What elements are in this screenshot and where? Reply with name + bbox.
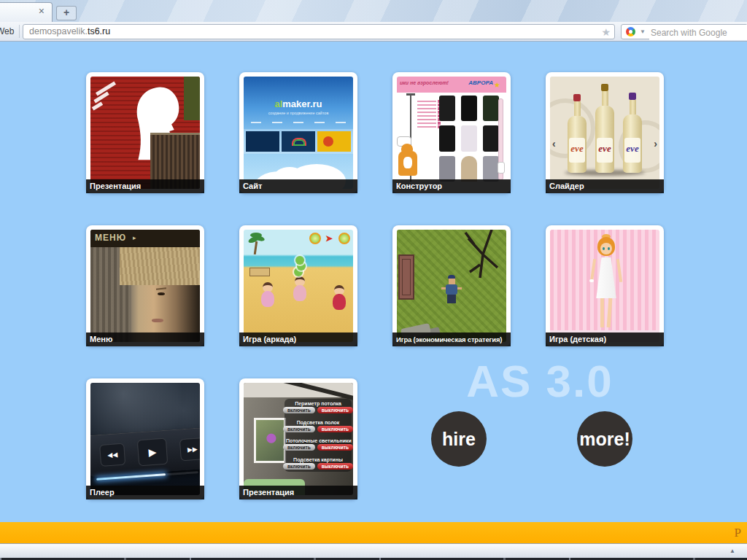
url-bar[interactable]: demospavelik.ts6.ru ★ [23,24,615,39]
on-button: включить [283,426,315,432]
footer-letter: P [735,526,741,540]
portfolio-card-site[interactable]: almaker.ru создание и продвижение сайтов… [239,72,357,193]
clothes-item [461,96,477,121]
portfolio-card-presentation-interior[interactable]: Периметр потолка включитьвыключить Подсв… [239,378,357,499]
more-button[interactable]: more! [577,411,632,467]
card-caption: Сайт [239,179,357,193]
url-subdomain: demospavelik. [29,26,88,36]
google-icon[interactable] [626,27,635,36]
site-nav-links [251,122,346,123]
navigation-toolbar: Web demospavelik.ts6.ru ★ ▼ [0,22,747,42]
off-button: выключить [317,407,353,413]
beach-sign [249,268,270,276]
hire-button[interactable]: hire [431,411,487,467]
bottle-label: eve [569,138,585,163]
slider-prev-icon: ‹ [552,138,556,149]
window-titlebar: × + [0,0,747,22]
collapse-arrow-icon[interactable]: ▲ [729,548,735,554]
control-group: Подсветка картины включитьвыключить [286,457,350,470]
search-engine-caret-icon[interactable]: ▼ [640,28,646,35]
thumbnail-media-player: ◀◀ ▶ ▶▶ [90,383,200,495]
page-footer-bar: P [0,522,747,543]
portrait-photo [90,247,200,342]
url-domain: ts6.ru [88,26,110,36]
game-character-center [292,276,308,301]
portfolio-card-slider[interactable]: eve eve eve ‹ › Слайдер [546,72,664,193]
browser-addon-bar: ▲ [0,543,747,558]
bottle-neck [602,91,608,106]
clothes-item [439,96,455,121]
portfolio-card-constructor[interactable]: ики не взрослеют! АВРОРА ★ Конструтор [392,72,511,193]
game-character-right [331,285,347,310]
character-face [449,279,455,284]
banner-yellow [317,131,351,152]
vertical-slider [498,98,503,180]
bottle-center: eve [595,84,614,173]
clothes-item [483,125,499,151]
bottle-cap [601,84,608,91]
tab-close-icon[interactable]: × [39,6,44,16]
bottle-body: eve [568,116,587,173]
site-brand: almaker.ru [244,98,353,109]
thumbnail-dressup-constructor: ики не взрослеют! АВРОРА ★ [397,77,506,189]
bottle-body: eve [623,114,642,173]
browser-tab[interactable]: × [0,2,53,22]
control-label: Периметр потолка [286,401,350,406]
menu-title: МЕНЮ [95,233,126,243]
lips [152,319,163,322]
portfolio-card-strategy-game[interactable]: Игра (экономическая стратегия) [392,225,511,346]
card-caption: Презентация [239,486,357,499]
portfolio-card-menu[interactable]: МЕНЮ ▸ Меню [86,225,204,346]
leg [600,298,604,327]
toolbar-separator [19,25,20,38]
portfolio-card-arcade-game[interactable]: ➤ Игра (аркада) [239,225,357,346]
portfolio-card-kids-game[interactable]: Игра (детская) [546,225,664,346]
new-tab-button[interactable]: + [56,6,77,20]
bottle-label: eve [597,138,613,163]
off-button: выключить [317,444,353,451]
search-box[interactable]: ▼ [621,24,747,39]
bookmark-star-icon[interactable]: ★ [601,26,611,39]
card-caption: Игра (экономическая стратегия) [392,332,511,346]
site-banner-strip [244,129,353,154]
rewind-button: ◀◀ [99,443,125,467]
option-list [417,98,436,130]
bottle-cap [573,94,581,101]
clothes-item [439,125,455,151]
aero-glass-streaks [0,0,747,22]
hair [120,247,200,285]
thumbnail-almaker-site: almaker.ru создание и продвижение сайтов [244,77,353,189]
clothes-item [461,125,477,151]
control-label: Подсветка полок [286,420,350,425]
doll-character [590,237,622,332]
thumbnail-bottle-slider: eve eve eve ‹ › [550,77,659,189]
search-input[interactable] [649,25,747,40]
card-caption: Игра (аркада) [239,332,357,346]
card-caption: Плеер [86,486,204,499]
leg [607,298,613,327]
card-caption: Слайдер [546,179,664,193]
aurora-logo: АВРОРА [468,79,493,86]
game-character-left [260,282,276,307]
portfolio-card-player[interactable]: ◀◀ ▶ ▶▶ Плеер [86,378,204,499]
portfolio-card-presentation-lenin[interactable]: Презентация [86,72,204,193]
character-body [261,291,274,307]
palm-leaf [250,233,262,238]
thumbnail-lenin-poster [90,77,200,189]
menu-header-bar: МЕНЮ ▸ [90,230,200,247]
card-caption: Меню [86,332,204,346]
constructor-header: ики не взрослеют! АВРОРА ★ [397,77,506,93]
character-body [333,294,346,310]
character-body [293,285,306,301]
eye [603,247,605,250]
on-button: включить [283,444,315,451]
character-torso [446,284,457,295]
player-deck: ◀◀ ▶ ▶▶ [90,427,200,478]
light-control-panel: Периметр потолка включитьвыключить Подсв… [285,399,352,472]
clothes-grid [439,96,499,182]
clothes-item [483,156,499,182]
logo-star-icon: ★ [494,79,500,92]
bracelet [589,279,594,282]
control-group: Периметр потолка включитьвыключить [286,401,350,413]
off-button: выключить [317,426,353,432]
